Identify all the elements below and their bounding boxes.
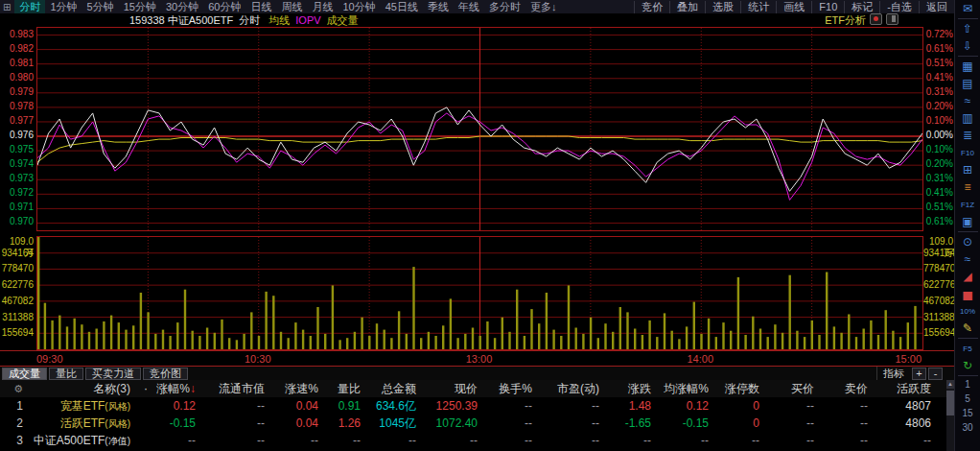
cell-卖价: -- (818, 415, 872, 432)
price-axis-label: 0.975 (0, 144, 34, 155)
column-header-量比[interactable]: 量比 (322, 380, 364, 397)
period-quick-30[interactable]: 30 (962, 420, 972, 435)
subtab-成交量[interactable]: 成交量 (2, 368, 47, 380)
column-header-市盈(动)[interactable]: 市盈(动) (536, 380, 603, 397)
period-tab-年线[interactable]: 年线 (454, 0, 484, 13)
page-down-icon[interactable]: ⇩ (959, 38, 977, 55)
radar-icon[interactable]: ⊙ (959, 234, 977, 250)
pencil-icon[interactable]: ✎ (959, 320, 977, 337)
page-up-icon[interactable]: ⇧ (959, 21, 977, 37)
f10-icon[interactable]: F10 (959, 145, 977, 161)
table-scrollbar[interactable]: ▲ (946, 380, 954, 451)
indicator-remove-button[interactable]: - (928, 368, 943, 380)
period-tab-5分钟[interactable]: 5分钟 (82, 0, 119, 13)
chart-window-icon[interactable]: ⊞ (959, 162, 977, 178)
cell-涨跌: 1.48 (603, 397, 655, 415)
period-tab-多分时[interactable]: 多分时 (484, 0, 525, 13)
record-icon[interactable] (870, 13, 882, 25)
multi-line-icon[interactable]: ≈ (959, 251, 977, 268)
f5-icon[interactable]: F5 (959, 341, 977, 357)
column-header-涨跌[interactable]: 涨跌 (603, 380, 655, 397)
toolbar-button-选股[interactable]: 选股 (705, 1, 740, 13)
column-header-·[interactable]: · (134, 380, 152, 397)
period-tab-季线[interactable]: 季线 (423, 0, 454, 13)
news-doc-icon[interactable]: ≡ (959, 179, 977, 196)
area-chart-icon[interactable]: ◢ (959, 269, 977, 285)
column-header-名称(3)[interactable]: 名称(3) (27, 380, 134, 397)
subtab-竞价图[interactable]: 竞价图 (143, 368, 188, 380)
toolbar-button-画线[interactable]: 画线 (776, 1, 811, 13)
cell-现价: 1250.39 (420, 397, 481, 415)
table-row[interactable]: 2活跃ETF(风格)-0.15--0.041.261045亿1072.40---… (0, 415, 946, 432)
grid-window-icon[interactable]: ⊞ (0, 2, 14, 12)
period-quick-5[interactable]: 5 (965, 392, 970, 406)
toolbar-button-统计[interactable]: 统计 (740, 1, 776, 13)
column-header-流通市值[interactable]: 流通市值 (199, 380, 268, 397)
toolbar-button-返回[interactable]: 返回 (919, 1, 954, 13)
price-plot-area[interactable] (36, 27, 923, 231)
period-quick-15[interactable]: 15 (962, 406, 972, 420)
period-tab-分时[interactable]: 分时 (14, 0, 45, 13)
scrollbar-up-icon[interactable]: ▲ (946, 380, 954, 389)
column-header-活跃度[interactable]: 活跃度 (872, 380, 935, 397)
column-header-卖价[interactable]: 卖价 (818, 380, 872, 397)
gear-icon[interactable]: ⚙ (13, 383, 23, 394)
period-tab-15分钟[interactable]: 15分钟 (119, 0, 161, 13)
column-header-买价[interactable]: 买价 (763, 380, 818, 397)
percent-icon[interactable]: 10% (959, 303, 977, 320)
period-tab-45日线[interactable]: 45日线 (381, 0, 423, 13)
subtab-买卖力道[interactable]: 买卖力道 (85, 368, 141, 380)
price-axis-label: 0.976 (0, 130, 34, 141)
cell-涨跌: -1.65 (603, 415, 655, 432)
indicator-controls: 指标 + - (876, 367, 943, 381)
period-tab-1分钟[interactable]: 1分钟 (45, 0, 82, 13)
column-header-总金额[interactable]: 总金额 (364, 380, 420, 397)
multi-quote-icon[interactable]: ▦ (959, 59, 977, 75)
toolbar-button--自选[interactable]: -自选 (879, 1, 919, 13)
period-tab-日线[interactable]: 日线 (245, 0, 276, 13)
column-header-涨速%[interactable]: 涨速% (268, 380, 322, 397)
table-row[interactable]: 3中证A500ETF(净值)--------------------------… (0, 432, 946, 449)
period-tab-30分钟[interactable]: 30分钟 (161, 0, 203, 13)
indicator-label[interactable]: 指标 (876, 367, 910, 381)
refresh-icon[interactable]: ↻ (959, 358, 977, 374)
table-row[interactable]: 1宽基ETF(风格)0.12--0.040.91634.6亿1250.39---… (0, 397, 946, 415)
toolbar-button-叠加[interactable]: 叠加 (669, 1, 705, 13)
column-header-涨停数[interactable]: 涨停数 (712, 380, 763, 397)
column-header-现价[interactable]: 现价 (420, 380, 481, 397)
toolbar-button-标记[interactable]: 标记 (844, 1, 879, 13)
toolbar-button-竞价[interactable]: 竞价 (634, 1, 669, 13)
etf-analysis-link[interactable]: ETF分析 (825, 13, 898, 27)
trend-chart-icon[interactable]: ≈ (959, 93, 977, 109)
video-icon[interactable]: ▣ (959, 214, 977, 230)
period-tab-60分钟[interactable]: 60分钟 (203, 0, 245, 13)
feedback-icon[interactable]: ✉ (959, 1, 977, 17)
data-table-icon[interactable]: ≣ (959, 128, 977, 144)
window-split-icon[interactable] (886, 13, 898, 25)
period-tab-10分钟[interactable]: 10分钟 (338, 0, 380, 13)
subtab-量比[interactable]: 量比 (49, 368, 83, 380)
volume-plot-area[interactable] (36, 236, 923, 350)
cell-卖价: -- (818, 432, 872, 449)
period-tab-周线[interactable]: 周线 (276, 0, 307, 13)
toolbar-button-F10[interactable]: F10 (811, 1, 844, 13)
f1z-icon[interactable]: F1Z (959, 197, 977, 213)
period-tab-月线[interactable]: 月线 (307, 0, 338, 13)
kline-chart-icon[interactable]: ▥ (959, 110, 977, 127)
column-header-换手%[interactable]: 换手% (481, 380, 536, 397)
column-header-均涨幅%[interactable]: 均涨幅% (655, 380, 712, 397)
period-tab-更多↓[interactable]: 更多↓ (525, 0, 562, 13)
period-quick-1[interactable]: 1 (965, 377, 970, 392)
cell-活跃度: -- (872, 432, 935, 449)
indicator-add-button[interactable]: + (912, 368, 926, 380)
volume-axis-label: 109.0万 (0, 236, 34, 248)
percent-axis-label: 0.00% (923, 130, 954, 141)
volume-axis-label: 311388 (923, 312, 954, 323)
scrollbar-thumb[interactable] (946, 391, 954, 415)
overlay-legend: 均线IOPV成交量 (268, 14, 363, 26)
column-header-涨幅%[interactable]: 涨幅%↓ (152, 380, 199, 397)
percent-axis-label: 0.10% (923, 144, 954, 155)
sort-desc-icon: ↓ (190, 382, 196, 395)
bar-chart-icon[interactable]: ▅ (959, 286, 977, 302)
quote-list-icon[interactable]: ▤ (959, 76, 977, 92)
